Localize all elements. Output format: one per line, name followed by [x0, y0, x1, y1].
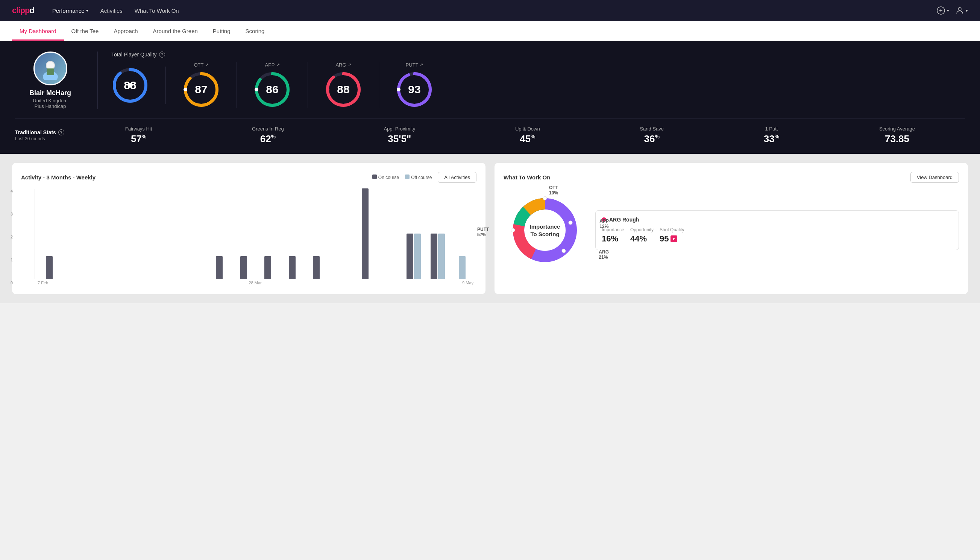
stat-items: Fairways Hit 57% Greens In Reg 62% App. …: [75, 126, 965, 145]
player-name: Blair McHarg: [29, 89, 71, 97]
tab-off-the-tee[interactable]: Off the Tee: [64, 21, 106, 41]
work-card-header: What To Work On View Dashboard: [504, 172, 959, 183]
svg-point-28: [543, 196, 547, 200]
ott-label: OTT ↗: [194, 62, 209, 68]
tab-scoring[interactable]: Scoring: [238, 21, 272, 41]
score-ott: OTT ↗ 87: [166, 62, 237, 108]
bar-group: [281, 256, 304, 279]
stat-scoring-average: Scoring Average 73.85: [879, 126, 915, 145]
svg-point-13: [183, 88, 187, 92]
chart-y-labels: 4 3 2 1 0: [10, 189, 13, 285]
tab-putting[interactable]: Putting: [205, 21, 238, 41]
legend-on-course: On course: [378, 175, 399, 180]
donut-area: ImportanceTo Scoring OTT 10% APP 12% ARG…: [504, 189, 959, 272]
bar-group: [232, 256, 255, 279]
quality-scores: 88 OTT ↗ 87: [111, 62, 965, 108]
user-menu-button[interactable]: ▾: [955, 6, 968, 15]
svg-rect-7: [47, 68, 54, 75]
stat-app-proximity: App. Proximity 35'5": [384, 126, 415, 145]
trad-stats-title: Traditional Stats: [15, 129, 56, 135]
quality-help-icon[interactable]: ?: [159, 52, 165, 58]
putt-value: 93: [408, 83, 421, 96]
ott-value: 87: [195, 83, 207, 96]
svg-point-16: [255, 88, 258, 92]
bar-on-course: [265, 256, 271, 279]
nav-activities[interactable]: Activities: [100, 8, 123, 14]
svg-point-19: [326, 88, 329, 92]
bar-group: [208, 256, 231, 279]
ott-circle: 87: [182, 71, 220, 108]
bar-on-course: [406, 233, 413, 279]
bar-on-course: [431, 233, 438, 279]
label-putt: PUTT 57%: [477, 227, 489, 237]
app-value: 86: [266, 83, 278, 96]
work-title: What To Work On: [504, 174, 550, 180]
trad-stats-help-icon[interactable]: ?: [58, 129, 64, 135]
view-dashboard-button[interactable]: View Dashboard: [910, 172, 959, 183]
info-opportunity: Opportunity 44%: [630, 227, 654, 244]
bar-on-course: [362, 188, 369, 279]
info-card-name: ARG Rough: [609, 217, 639, 223]
hero-section: Blair McHarg United Kingdom Plus Handica…: [0, 41, 980, 154]
activity-title: Activity - 3 Months - Weekly: [21, 174, 95, 180]
score-overall: 88: [111, 67, 166, 104]
bar-on-course: [313, 256, 319, 279]
all-activities-button[interactable]: All Activities: [438, 172, 476, 183]
score-putt: PUTT ↗ 93: [379, 62, 450, 108]
quality-title: Total Player Quality ?: [111, 52, 965, 58]
donut-center-text: ImportanceTo Scoring: [530, 223, 560, 238]
trad-stats-label: Traditional Stats ? Last 20 rounds: [15, 129, 75, 142]
nav-what-to-work-on[interactable]: What To Work On: [135, 8, 179, 14]
stat-up-and-down: Up & Down 45%: [515, 126, 540, 145]
arg-label: ARG ↗: [335, 62, 351, 68]
activity-legend: On course Off course: [372, 175, 432, 180]
bar-group: [305, 256, 328, 279]
bar-group: [353, 188, 376, 279]
svg-point-30: [562, 249, 566, 253]
arg-circle: 88: [324, 71, 362, 108]
work-card: What To Work On View Dashboard: [494, 163, 968, 294]
quality-section: Total Player Quality ? 88: [98, 52, 965, 108]
app-circle: 86: [253, 71, 291, 108]
label-ott: OTT 10%: [549, 185, 558, 195]
player-info: Blair McHarg United Kingdom Plus Handica…: [15, 52, 98, 109]
tab-bar: My Dashboard Off the Tee Approach Around…: [0, 21, 980, 41]
add-button[interactable]: ▾: [937, 6, 949, 15]
svg-point-6: [47, 62, 54, 69]
bar-off-course: [459, 256, 466, 279]
stat-greens-in-reg: Greens In Reg 62%: [252, 126, 284, 145]
activity-card: Activity - 3 Months - Weekly On course O…: [12, 163, 486, 294]
tab-my-dashboard[interactable]: My Dashboard: [12, 21, 64, 41]
player-country: United Kingdom: [33, 98, 68, 103]
label-app: APP 12%: [599, 218, 609, 229]
traditional-stats: Traditional Stats ? Last 20 rounds Fairw…: [15, 118, 965, 145]
bar-off-course: [414, 233, 421, 279]
bar-on-course: [216, 256, 223, 279]
top-nav: clippd Performance ▾ Activities What To …: [0, 0, 980, 21]
activity-card-header: Activity - 3 Months - Weekly On course O…: [21, 172, 476, 183]
app-label: APP ↗: [265, 62, 280, 68]
bar-on-course: [240, 256, 247, 279]
svg-point-3: [958, 8, 961, 10]
svg-point-29: [569, 221, 572, 225]
bar-on-course: [46, 256, 53, 279]
info-card: ARG Rough Importance 16% Opportunity 44%: [595, 210, 959, 250]
overall-circle: 88: [111, 67, 149, 104]
legend-off-course: Off course: [411, 175, 432, 180]
svg-point-22: [397, 88, 401, 92]
bar-group: [451, 256, 474, 279]
down-badge: ▼: [671, 235, 677, 242]
stat-sand-save: Sand Save 36%: [640, 126, 664, 145]
putt-circle: 93: [396, 71, 433, 108]
logo[interactable]: clippd: [12, 6, 34, 15]
bar-on-course: [289, 256, 296, 279]
avatar: [33, 52, 67, 85]
overall-value: 88: [124, 79, 136, 92]
stat-1-putt: 1 Putt 33%: [764, 126, 779, 145]
score-app: APP ↗ 86: [237, 62, 308, 108]
tab-approach[interactable]: Approach: [106, 21, 145, 41]
nav-performance[interactable]: Performance ▾: [52, 8, 88, 14]
bar-chart: [35, 189, 476, 279]
tab-around-the-green[interactable]: Around the Green: [146, 21, 205, 41]
donut-chart: ImportanceTo Scoring OTT 10% APP 12% ARG…: [504, 189, 586, 272]
